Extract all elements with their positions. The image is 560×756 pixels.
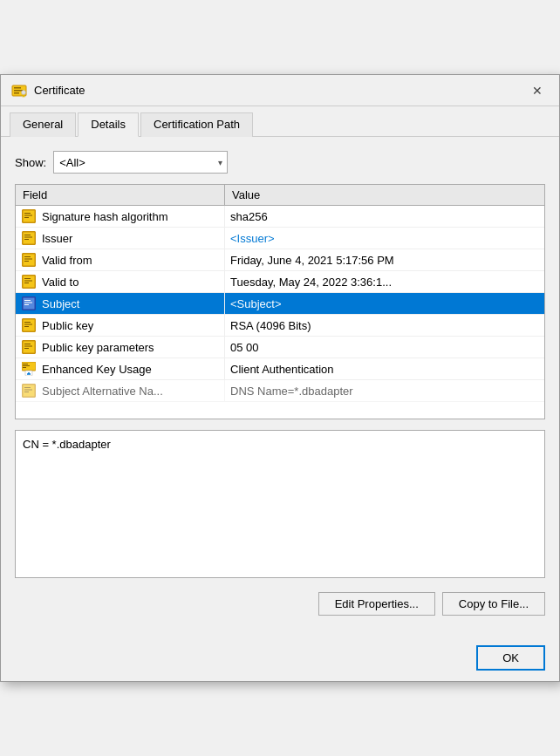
row-field: Issuer — [16, 228, 225, 249]
svg-rect-39 — [23, 385, 35, 397]
svg-rect-15 — [24, 256, 31, 257]
table-row[interactable]: Public key parameters 05 00 — [16, 337, 544, 358]
table-row[interactable]: Valid to Tuesday, May 24, 2022 3:36:1... — [16, 271, 544, 293]
row-field: Public key — [16, 315, 225, 336]
tab-general[interactable]: General — [10, 112, 76, 137]
table-row[interactable]: Issuer <Issuer> — [16, 228, 544, 249]
svg-rect-29 — [24, 326, 29, 327]
svg-rect-33 — [24, 348, 29, 349]
svg-rect-10 — [23, 232, 35, 244]
field-icon — [21, 230, 37, 246]
table-row[interactable]: Subject Alternative Na... DNS Name=*.dba… — [16, 380, 544, 402]
svg-rect-1 — [14, 87, 21, 89]
svg-rect-37 — [23, 367, 26, 368]
svg-rect-26 — [23, 319, 35, 331]
field-icon — [21, 274, 37, 289]
action-buttons: Edit Properties... Copy to File... — [15, 592, 545, 616]
table-row[interactable]: Subject <Subject> — [16, 293, 544, 315]
svg-point-4 — [22, 90, 26, 94]
tab-bar: General Details Certification Path — [1, 106, 559, 137]
table-row[interactable]: Signature hash algorithm sha256 — [16, 206, 544, 228]
row-field: Public key parameters — [16, 337, 225, 358]
svg-rect-18 — [23, 276, 35, 288]
dialog-content: Show: <All> Version 1 Fields Only Extens… — [1, 137, 559, 640]
svg-rect-20 — [24, 281, 32, 282]
svg-rect-6 — [23, 210, 35, 222]
svg-rect-28 — [24, 324, 32, 325]
row-field: Valid to — [16, 271, 225, 292]
row-value: 05 00 — [225, 338, 544, 357]
svg-rect-21 — [24, 283, 29, 283]
row-value: Tuesday, May 24, 2022 3:36:1... — [225, 273, 544, 291]
svg-rect-42 — [24, 392, 29, 392]
svg-rect-22 — [23, 297, 35, 310]
svg-rect-9 — [24, 217, 29, 218]
tab-certification-path[interactable]: Certification Path — [140, 112, 253, 137]
svg-rect-35 — [23, 364, 28, 364]
table-header: Field Value — [16, 185, 544, 206]
row-value: Client Authentication — [225, 360, 544, 378]
svg-rect-16 — [24, 259, 32, 260]
svg-rect-41 — [24, 390, 32, 391]
ok-button[interactable]: OK — [476, 645, 545, 671]
svg-rect-12 — [24, 237, 32, 238]
svg-rect-8 — [24, 215, 32, 216]
svg-rect-40 — [24, 387, 31, 388]
svg-rect-11 — [24, 235, 31, 235]
column-header-value: Value — [225, 185, 544, 205]
svg-rect-2 — [14, 90, 23, 92]
table-row[interactable]: Valid from Friday, June 4, 2021 5:17:56 … — [16, 249, 544, 271]
dialog-title: Certificate — [34, 84, 85, 97]
field-icon — [21, 252, 37, 268]
field-icon — [21, 383, 37, 398]
field-icon — [21, 339, 37, 355]
field-icon — [21, 208, 37, 224]
row-value: RSA (4096 Bits) — [225, 317, 544, 335]
svg-rect-36 — [23, 365, 30, 366]
table-row[interactable]: Enhanced Key Usage Client Authentication — [16, 358, 544, 380]
row-value: <Issuer> — [225, 229, 544, 248]
show-select-wrapper[interactable]: <All> Version 1 Fields Only Extensions O… — [53, 151, 228, 174]
svg-rect-23 — [24, 300, 31, 301]
table-row[interactable]: Public key RSA (4096 Bits) — [16, 315, 544, 337]
certificate-icon — [11, 83, 27, 99]
row-value: DNS Name=*.dbadapter — [225, 382, 544, 400]
field-icon — [21, 361, 37, 377]
title-bar: Certificate ✕ — [1, 75, 559, 106]
row-field: Enhanced Key Usage — [16, 358, 225, 379]
row-field: Signature hash algorithm — [16, 206, 225, 227]
tab-details[interactable]: Details — [78, 112, 139, 137]
row-value: <Subject> — [225, 295, 544, 313]
row-value: sha256 — [225, 208, 544, 226]
column-header-field: Field — [16, 185, 225, 205]
row-field: Subject — [16, 293, 225, 314]
row-field: Valid from — [16, 249, 225, 270]
show-select[interactable]: <All> Version 1 Fields Only Extensions O… — [53, 151, 228, 174]
svg-rect-17 — [24, 261, 29, 262]
title-bar-left: Certificate — [11, 83, 85, 99]
show-row: Show: <All> Version 1 Fields Only Extens… — [15, 151, 545, 174]
svg-rect-13 — [24, 239, 29, 240]
field-icon — [21, 296, 37, 311]
fields-table: Field Value — [15, 184, 545, 419]
field-icon — [21, 317, 37, 333]
svg-rect-30 — [23, 341, 35, 353]
show-label: Show: — [15, 156, 46, 169]
close-button[interactable]: ✕ — [526, 82, 549, 99]
edit-properties-button[interactable]: Edit Properties... — [318, 592, 435, 616]
svg-rect-25 — [24, 304, 29, 305]
svg-rect-19 — [24, 278, 31, 279]
svg-rect-7 — [24, 213, 31, 214]
certificate-dialog: Certificate ✕ General Details Certificat… — [0, 74, 560, 682]
table-scroll[interactable]: Field Value — [16, 185, 544, 419]
row-field: Subject Alternative Na... — [16, 380, 225, 401]
copy-to-file-button[interactable]: Copy to File... — [442, 592, 545, 616]
ok-row: OK — [1, 640, 559, 681]
svg-rect-32 — [24, 346, 32, 347]
svg-rect-27 — [24, 322, 31, 323]
detail-text-area: CN = *.dbadapter — [15, 430, 545, 578]
svg-rect-14 — [23, 254, 35, 266]
detail-text: CN = *.dbadapter — [23, 438, 111, 451]
svg-rect-24 — [24, 303, 32, 303]
row-value: Friday, June 4, 2021 5:17:56 PM — [225, 251, 544, 269]
